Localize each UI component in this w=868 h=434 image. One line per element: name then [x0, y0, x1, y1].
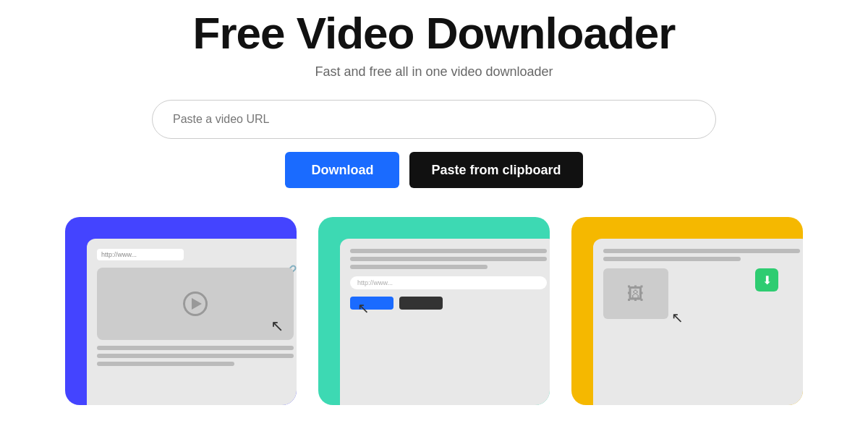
play-triangle [192, 298, 202, 310]
card2-lines-top [350, 249, 547, 269]
card1-url-text: http://www... [101, 251, 137, 258]
card3-content: 🖼 ⬇ ↖ [603, 268, 800, 319]
card-line [350, 249, 547, 253]
cards-row: http://www... 🔗 ↖ [0, 217, 868, 405]
image-placeholder-icon: 🖼 [627, 284, 644, 304]
download-button[interactable]: Download [285, 152, 399, 188]
cursor-icon-2: ↖ [357, 299, 370, 317]
download-arrow-icon: ⬇ [762, 273, 772, 287]
cursor-icon-1: ↖ [271, 317, 284, 336]
card3-top-lines [603, 249, 800, 261]
page-wrapper: Free Video Downloader Fast and free all … [0, 0, 868, 405]
paste-clipboard-button[interactable]: Paste from clipboard [409, 152, 582, 188]
card2-btn-blue [350, 297, 393, 310]
page-title: Free Video Downloader [193, 7, 676, 59]
card3-image-area: 🖼 [603, 268, 668, 319]
url-input-wrapper [152, 100, 716, 139]
card-line [97, 354, 294, 358]
card-3-inner: 🖼 ⬇ ↖ [593, 239, 803, 405]
card-2: http://www... ↖ [318, 217, 550, 405]
page-subtitle: Fast and free all in one video downloade… [315, 64, 553, 80]
card-line [350, 265, 488, 269]
card-line [97, 362, 234, 366]
card-1: http://www... 🔗 ↖ [65, 217, 297, 405]
card1-url-bar: http://www... [97, 249, 184, 260]
card-3: 🖼 ⬇ ↖ [571, 217, 803, 405]
buttons-row: Download Paste from clipboard [285, 152, 582, 188]
cursor-icon-3: ↖ [671, 309, 684, 326]
card-line [350, 257, 547, 261]
card2-url-text: http://www... [357, 279, 393, 286]
card2-buttons: ↖ [350, 297, 547, 310]
card-line [603, 257, 741, 261]
url-input[interactable] [152, 100, 716, 139]
card2-url-bar: http://www... [350, 276, 547, 289]
card-2-inner: http://www... ↖ [340, 239, 550, 405]
card-line [603, 249, 800, 253]
card-line [97, 346, 294, 350]
card1-lines [97, 346, 294, 366]
card2-btn-black [399, 297, 443, 310]
download-badge: ⬇ [755, 268, 778, 292]
play-button-icon [183, 292, 208, 316]
card-1-inner: http://www... 🔗 ↖ [87, 239, 297, 405]
card1-video-area: ↖ [97, 268, 294, 340]
